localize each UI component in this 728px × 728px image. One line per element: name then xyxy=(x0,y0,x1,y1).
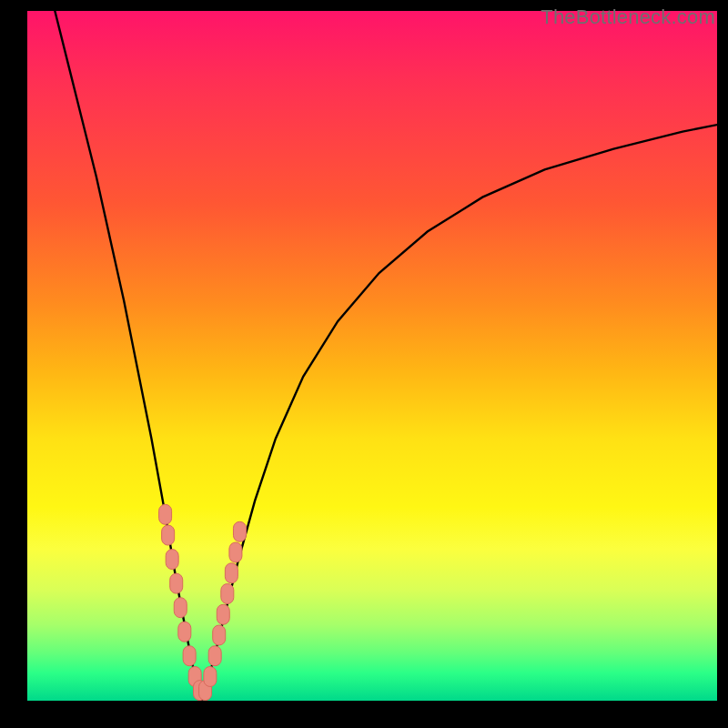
data-marker xyxy=(217,604,229,624)
marker-cluster xyxy=(159,504,247,700)
data-marker xyxy=(213,625,226,645)
watermark-text: TheBottleneck.com xyxy=(541,5,715,29)
chart-svg xyxy=(27,11,717,701)
data-marker xyxy=(174,598,187,618)
data-marker xyxy=(178,622,191,642)
data-marker xyxy=(225,563,238,583)
data-marker xyxy=(204,666,217,686)
data-marker xyxy=(166,550,178,570)
data-marker xyxy=(221,584,234,604)
data-marker xyxy=(159,504,172,524)
data-marker xyxy=(162,525,175,545)
curve-right-branch xyxy=(202,125,717,701)
data-marker xyxy=(170,573,183,593)
data-marker xyxy=(208,646,221,666)
data-marker xyxy=(233,521,246,541)
data-marker xyxy=(183,646,196,666)
data-marker xyxy=(229,542,242,562)
chart-frame: TheBottleneck.com xyxy=(0,0,728,728)
plot-area xyxy=(27,11,717,701)
